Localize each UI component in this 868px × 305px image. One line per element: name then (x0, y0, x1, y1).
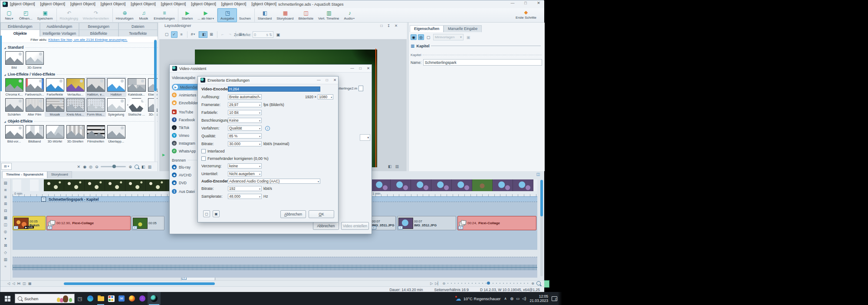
toolbar-button[interactable]: ▢ Neu▾ (1, 8, 17, 22)
designer-tool-icon[interactable]: ¬ (227, 31, 233, 38)
effect-thumbnail[interactable]: 3D-Würfel (45, 124, 65, 144)
toolbar-button[interactable]: ◰ Öffnen... (17, 8, 35, 22)
ok-button[interactable]: OK (309, 210, 334, 218)
resolution-height-combo[interactable]: 1080 (318, 94, 333, 99)
section-header-object-effects[interactable]: Objekt-Effekte (4, 119, 158, 124)
store-icon[interactable] (106, 292, 116, 305)
menu-item[interactable]: [object Object] (131, 2, 156, 6)
file-explorer-icon[interactable] (95, 292, 106, 305)
setting-combo[interactable]: 30.000 (228, 141, 262, 146)
filmstrip-frame[interactable] (411, 179, 431, 191)
playback-icon[interactable]: ⊖ (443, 282, 446, 285)
output-target-item[interactable]: ♪ TikTok (172, 124, 201, 131)
notification-center-icon[interactable]: 2 (552, 296, 557, 301)
playback-icon[interactable]: ▷▏ (435, 282, 440, 285)
output-target-item[interactable]: G Animiertes GIF (172, 92, 201, 98)
menu-item[interactable]: [object Object] (40, 2, 66, 6)
object-thumbnail[interactable]: Bild (4, 50, 24, 70)
toolbar-button[interactable]: ▣ Speichern (35, 8, 56, 22)
tray-icon[interactable]: ◍ (510, 296, 513, 301)
minimize-button[interactable]: — (510, 1, 516, 5)
designer-tool-icon[interactable]: ⊞ (208, 31, 215, 38)
effect-thumbnail[interactable]: Form-Mos... (85, 97, 106, 117)
output-target-item[interactable]: ◉ AVCHD (172, 172, 201, 178)
library-tab[interactable]: Intelligente Vorlagen (40, 30, 79, 36)
designer-tool-icon[interactable]: ▢ (164, 31, 170, 38)
maximize-button[interactable]: □ (326, 78, 328, 82)
menu-item[interactable]: [object Object] (10, 2, 35, 6)
library-view-icon[interactable]: ◎ (89, 165, 92, 169)
task-view-button[interactable]: ◳ (75, 292, 85, 305)
edge-icon[interactable] (85, 292, 95, 305)
minimize-button[interactable]: — (317, 78, 321, 82)
output-target-item[interactable]: ▣ Einzelbilder (172, 99, 201, 106)
orientation-icon[interactable]: ◧ (388, 164, 392, 169)
library-view-icon[interactable]: ◉ (83, 165, 86, 169)
filmstrip-frame[interactable] (105, 179, 125, 191)
mini-filter-combo[interactable]: ▤▾ (1, 163, 12, 170)
timeline-nav-icon[interactable]: ◫ (23, 282, 26, 285)
playback-icon[interactable]: ▷ (430, 282, 433, 285)
filmstrip-frame[interactable] (85, 179, 105, 191)
track-tool-icon[interactable]: ◫ (3, 223, 7, 227)
toolbar-button[interactable]: ♫ Musik (136, 8, 151, 22)
timeline-vertical-scrollbar[interactable] (540, 180, 543, 276)
designer-tool-icon[interactable]: ✓ (171, 31, 178, 38)
search-icon[interactable] (135, 165, 139, 169)
play-preview-icon[interactable]: ▶ (162, 153, 165, 157)
output-target-item[interactable]: ◉ Blu-ray (172, 164, 201, 170)
close-button[interactable]: ✕ (536, 1, 542, 5)
output-target-item[interactable]: Videoausgabe (172, 74, 201, 81)
erste-schritte-button[interactable]: ◆ Erste Schritte (510, 9, 542, 20)
track-tool-icon[interactable]: ≣ (4, 195, 7, 199)
library-tab[interactable]: Objekte (0, 30, 40, 36)
library-tab[interactable]: Dateien (118, 23, 158, 30)
chapter-name-input[interactable] (423, 59, 542, 66)
maximize-button[interactable]: □ (359, 66, 362, 70)
setting-combo[interactable]: H.264 (228, 86, 320, 92)
file-icon[interactable] (358, 86, 363, 91)
library-tab[interactable]: Ausblendungen (40, 23, 79, 30)
save-template-icon[interactable]: ▣ (465, 34, 471, 40)
output-target-item[interactable]: V Vimeo (172, 132, 201, 139)
filmstrip-frame[interactable] (513, 179, 533, 191)
setting-combo[interactable]: 85 % (228, 133, 262, 139)
toolbar-button[interactable]: ◫ Bilderliste (296, 8, 316, 22)
designer-tool-icon[interactable]: ≡ (178, 31, 185, 38)
aquasoft-taskbar-icon[interactable] (148, 292, 161, 305)
profile-io-button[interactable]: ▢ (203, 210, 210, 217)
effect-thumbnail[interactable]: Mosaik (45, 97, 65, 117)
setting-combo[interactable]: 29,97 (228, 102, 262, 107)
magnifier-icon[interactable] (536, 281, 541, 285)
output-target-item[interactable]: 1 Aus Datei (172, 188, 201, 195)
track-tool-icon[interactable]: ≋ (4, 188, 7, 192)
filmstrip-frame[interactable] (391, 179, 411, 191)
object-thumbnail[interactable]: 3D-Szene (24, 50, 45, 70)
timeline-nav-icon[interactable]: ▦ (28, 282, 32, 285)
effect-thumbnail[interactable]: Bildband (24, 124, 45, 144)
filmstrip-frame[interactable] (125, 179, 146, 191)
filmstrip-frame[interactable] (370, 179, 391, 191)
effect-thumbnail[interactable]: Filmstreifen (85, 124, 106, 144)
menu-item[interactable]: [object Object] (70, 2, 95, 6)
track-tool-icon[interactable]: ≈ (4, 265, 7, 269)
track-tool-icon[interactable]: ◇ (4, 251, 7, 255)
menu-item[interactable]: [object Object] (101, 2, 126, 6)
cancel-button[interactable]: Abbrechen (280, 210, 306, 218)
effect-thumbnail[interactable]: Verlaufsu... (65, 77, 85, 97)
setting-combo[interactable]: keine (228, 163, 262, 169)
filmstrip-frame[interactable] (452, 179, 472, 191)
timeline-clip[interactable]: ▸ 00:07 IMG_0511.JPG ▶ (371, 216, 396, 230)
mail-icon[interactable]: ✉ (116, 292, 127, 305)
designer-tool-icon[interactable]: ⌐ (217, 31, 226, 38)
properties-tool-icon[interactable]: ▢ (425, 34, 431, 40)
tray-icon[interactable]: ◁) (522, 296, 526, 301)
setting-combo[interactable]: Qualität (228, 126, 262, 131)
setting-combo[interactable]: 192 (228, 186, 262, 191)
timeline-clip[interactable]: ▸ 00:05 ▶ (132, 216, 164, 230)
effect-thumbnail[interactable]: Chroma K... (4, 77, 24, 97)
filmstrip-frame[interactable] (493, 179, 513, 191)
timeline-clip[interactable]: ▸ 00:24, Flexi-Collage ▶ (457, 216, 536, 230)
effect-thumbnail[interactable]: Kaleidosk... (126, 77, 147, 97)
toolbar-button[interactable]: ▶ Starten (178, 8, 195, 22)
